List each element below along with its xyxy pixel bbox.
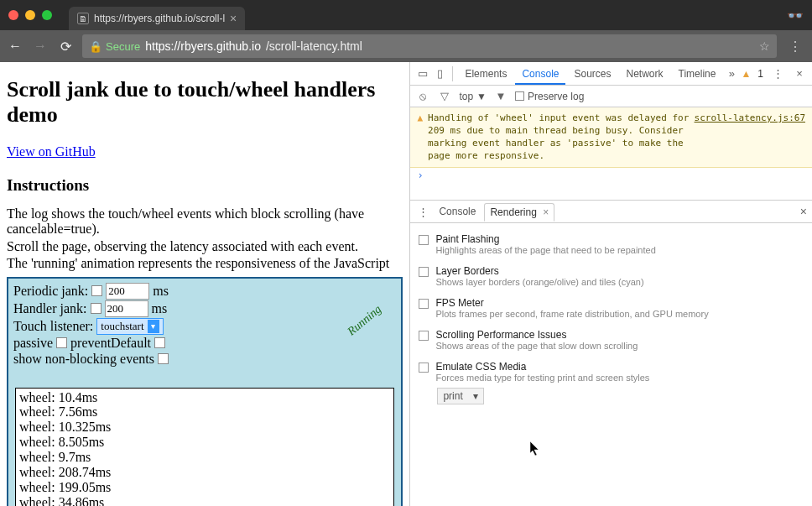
log-line: wheel: 8.505ms: [19, 435, 390, 450]
warning-icon: ▲: [417, 112, 423, 162]
github-link[interactable]: View on GitHub: [7, 144, 96, 159]
warning-triangle-icon[interactable]: ▲: [741, 68, 751, 80]
event-log[interactable]: wheel: 10.4mswheel: 7.56mswheel: 10.325m…: [15, 388, 394, 506]
drawer-close-button[interactable]: ×: [800, 205, 807, 218]
console-warning-source[interactable]: scroll-latency.js:67: [695, 112, 805, 162]
filter-level-icon[interactable]: ▼: [493, 89, 508, 104]
passive-checkbox[interactable]: [56, 337, 67, 348]
instructions-text-1: The log shows the touch/wheel events whi…: [7, 206, 403, 237]
log-line: wheel: 10.325ms: [19, 420, 390, 435]
rendering-checkbox[interactable]: [419, 235, 429, 245]
tab-timeline[interactable]: Timeline: [672, 63, 723, 85]
css-media-value: print: [443, 390, 462, 402]
drawer-tabstrip: ⋮ Console Rendering × ×: [410, 200, 812, 223]
url-host: https://rbyers.github.io: [145, 39, 261, 53]
log-line: wheel: 7.56ms: [19, 404, 390, 420]
window-traffic-lights: [8, 10, 52, 20]
browser-tab[interactable]: 🗎 https://rbyers.github.io/scroll-l ×: [69, 7, 245, 30]
select-arrow-icon: ▾: [148, 320, 159, 333]
rendering-option: Paint FlashingHighlights areas of the pa…: [419, 228, 804, 260]
secure-badge[interactable]: 🔒 Secure: [89, 40, 140, 53]
rendering-checkbox[interactable]: [419, 363, 429, 373]
periodic-jank-unit: ms: [153, 284, 169, 299]
tab-close-button[interactable]: ×: [230, 12, 237, 25]
rendering-option-desc: Forces media type for testing print and …: [435, 373, 649, 383]
devtools-settings-icon[interactable]: ⋮: [770, 66, 785, 81]
address-bar[interactable]: 🔒 Secure https://rbyers.github.io/scroll…: [82, 34, 777, 58]
inspect-element-icon[interactable]: ▭: [415, 66, 430, 81]
tab-elements[interactable]: Elements: [458, 63, 513, 85]
rendering-option-desc: Shows areas of the page that slow down s…: [435, 341, 638, 351]
handler-jank-unit: ms: [152, 301, 168, 316]
secure-label: Secure: [106, 40, 140, 53]
log-line: wheel: 208.74ms: [19, 465, 390, 480]
touch-listener-select[interactable]: touchstart ▾: [96, 318, 163, 335]
log-line: wheel: 10.4ms: [19, 390, 390, 405]
periodic-jank-input[interactable]: 200: [106, 283, 149, 300]
rendering-option-title: Paint Flashing: [435, 233, 655, 245]
window-title-bar: 🗎 https://rbyers.github.io/scroll-l × 👓: [0, 0, 812, 30]
rendering-option-title: FPS Meter: [435, 297, 708, 309]
preserve-log-checkbox[interactable]: [515, 91, 524, 101]
handler-jank-checkbox[interactable]: [91, 303, 102, 314]
chrome-menu-button[interactable]: ⋮: [785, 39, 805, 55]
preserve-log-label: Preserve log: [528, 91, 584, 102]
incognito-icon: 👓: [787, 8, 804, 23]
handler-jank-input[interactable]: 200: [105, 300, 148, 317]
window-zoom-button[interactable]: [42, 10, 52, 20]
device-mode-icon[interactable]: ▯: [432, 66, 447, 81]
context-selector[interactable]: top ▼: [459, 91, 487, 102]
rendering-option-title: Scrolling Performance Issues: [435, 329, 638, 341]
rendering-checkbox[interactable]: [419, 299, 429, 309]
rendering-panel: Paint FlashingHighlights areas of the pa…: [410, 223, 812, 409]
tabs-overflow-icon[interactable]: »: [724, 66, 739, 81]
window-minimize-button[interactable]: [25, 10, 35, 20]
forward-button[interactable]: →: [32, 39, 49, 54]
nonblocking-label: show non-blocking events: [13, 352, 154, 367]
rendering-option-title: Emulate CSS Media: [435, 361, 649, 373]
rendering-option-desc: Plots frames per second, frame rate dist…: [435, 309, 708, 319]
reload-button[interactable]: ⟳: [57, 39, 74, 55]
instructions-text-2: Scroll the page, observing the latency a…: [7, 239, 403, 254]
preventdefault-label: preventDefault: [70, 336, 151, 351]
devtools-tabstrip: ▭ ▯ Elements Console Sources Network Tim…: [410, 62, 812, 86]
demo-panel: Periodic jank: 200 ms Handler jank: 200 …: [7, 277, 403, 506]
tab-sources[interactable]: Sources: [567, 63, 617, 85]
window-close-button[interactable]: [8, 10, 18, 20]
periodic-jank-checkbox[interactable]: [91, 285, 102, 296]
drawer-menu-icon[interactable]: ⋮: [415, 204, 430, 219]
url-path: /scroll-latency.html: [266, 39, 362, 53]
log-line: wheel: 34.86ms: [19, 495, 390, 506]
devtools-close-button[interactable]: ×: [792, 66, 807, 81]
drawer-tab-close-icon[interactable]: ×: [543, 206, 549, 218]
toolbar: ← → ⟳ 🔒 Secure https://rbyers.github.io/…: [0, 30, 812, 62]
handler-jank-label: Handler jank:: [13, 301, 87, 316]
page-title: Scroll jank due to touch/wheel handlers …: [7, 77, 403, 128]
tab-console[interactable]: Console: [515, 63, 565, 85]
drawer-tab-console[interactable]: Console: [432, 201, 482, 222]
console-warning-text: Handling of 'wheel' input event was dela…: [428, 112, 690, 162]
rendering-checkbox[interactable]: [419, 331, 429, 341]
filter-icon[interactable]: ▽: [437, 89, 452, 104]
bookmark-star-icon[interactable]: ☆: [759, 39, 770, 53]
chevron-down-icon: ▾: [473, 390, 478, 402]
touch-listener-value: touchstart: [101, 320, 143, 333]
nonblocking-checkbox[interactable]: [158, 353, 169, 364]
periodic-jank-label: Periodic jank:: [13, 284, 88, 299]
touch-listener-label: Touch listener:: [13, 319, 93, 334]
rendering-checkbox[interactable]: [419, 267, 429, 277]
log-line: wheel: 199.05ms: [19, 480, 390, 495]
clear-console-icon[interactable]: ⦸: [415, 89, 430, 104]
console-prompt[interactable]: ›: [410, 168, 812, 183]
drawer-tab-rendering[interactable]: Rendering ×: [484, 203, 554, 222]
log-line: wheel: 9.7ms: [19, 450, 390, 465]
page-content: Scroll jank due to touch/wheel handlers …: [0, 62, 409, 506]
lock-icon: 🔒: [89, 40, 102, 53]
chevron-down-icon: ▼: [476, 91, 487, 102]
preventdefault-checkbox[interactable]: [154, 337, 165, 348]
css-media-select[interactable]: print▾: [437, 388, 484, 404]
tab-network[interactable]: Network: [620, 63, 670, 85]
passive-label: passive: [13, 336, 53, 351]
back-button[interactable]: ←: [7, 39, 23, 54]
tab-favicon: 🗎: [77, 13, 89, 24]
